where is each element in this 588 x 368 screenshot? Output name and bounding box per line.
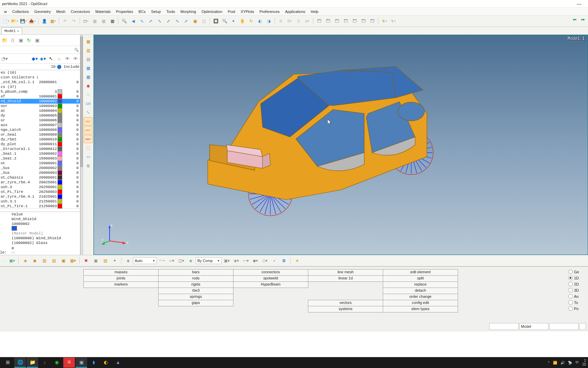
assy-icon[interactable]: ◈▾ xyxy=(39,55,47,62)
window-zoom-button[interactable]: 🔲 xyxy=(212,17,220,25)
render-button[interactable]: ◻▾ xyxy=(82,17,90,25)
surf-icon[interactable]: ▱▾ xyxy=(167,257,176,265)
panel-button[interactable]: masses xyxy=(83,269,159,276)
panel-radio[interactable]: To xyxy=(568,300,587,305)
tree-row[interactable]: ush.3.1212500010 xyxy=(0,199,80,204)
vt-wire-icon[interactable]: ▥ xyxy=(84,46,93,55)
menu-bcs[interactable]: BCs xyxy=(136,8,148,15)
window-7-button[interactable]: 🗔 xyxy=(368,17,376,25)
status-field-3[interactable] xyxy=(549,323,578,330)
panel-button[interactable]: systems xyxy=(308,306,383,312)
task-explorer[interactable]: 📁 xyxy=(27,357,38,368)
zoom-in-button[interactable]: 🔍 xyxy=(120,17,128,25)
tree-row[interactable]: nge_Latch100000080 xyxy=(0,127,80,132)
import-button[interactable]: 📥▾ xyxy=(28,17,36,25)
new-button[interactable]: 📄▾ xyxy=(2,17,10,25)
browser-icon-3[interactable]: ▣ xyxy=(17,36,24,44)
task-app-2[interactable]: ◉ xyxy=(51,357,63,368)
panel-button[interactable]: bars xyxy=(158,269,233,276)
tree-row[interactable]: _Structural.1100000120 xyxy=(0,147,80,151)
sel-entities-icon[interactable]: ◈ xyxy=(21,257,29,265)
tree-row[interactable]: ot_chassis200000010 xyxy=(0,175,80,180)
window-5-button[interactable]: 🗔 xyxy=(350,17,359,25)
task-app-6[interactable]: ▲ xyxy=(112,357,124,368)
panel-button[interactable]: split xyxy=(383,275,458,282)
menu-connectors[interactable]: Connectors xyxy=(68,8,93,15)
sel-adj-icon[interactable]: ▣ xyxy=(59,257,67,265)
menu-tools[interactable]: Tools xyxy=(164,8,178,15)
reverse-button[interactable]: ◫ xyxy=(200,17,208,25)
menu-geometry[interactable]: Geometry xyxy=(32,8,53,15)
tree-row[interactable]: dy_rbe2100000100 xyxy=(0,137,80,142)
tree-row[interactable]: ar_tyre_rbe.4200250010 xyxy=(0,180,80,185)
vt-mass-icon[interactable]: ◍ xyxy=(84,162,93,170)
panel-button[interactable]: linear 1d xyxy=(308,275,383,282)
nav-back-button[interactable]: ⬅ xyxy=(571,16,578,23)
panel-button[interactable]: replace xyxy=(383,281,458,288)
copy-button[interactable]: ⎘ xyxy=(277,17,285,25)
show-icon[interactable]: ☼ xyxy=(55,55,63,62)
search-icon[interactable]: 🔍 xyxy=(73,48,80,52)
minimize-button[interactable]: — xyxy=(572,0,586,7)
sel-rev-icon[interactable]: ▤ xyxy=(50,257,58,265)
tree-row[interactable]: ot150000010 xyxy=(0,161,80,166)
undo-button[interactable]: ↶ xyxy=(61,17,69,25)
vt-hand-icon[interactable]: ☞ xyxy=(84,91,93,99)
solid-icon[interactable]: ◫▾ xyxy=(177,257,185,265)
spin-left-button[interactable]: ◐ xyxy=(256,17,264,25)
tree-row[interactable]: h_pbush_comp30 xyxy=(0,89,80,94)
panel-button[interactable]: rigids xyxy=(158,281,233,288)
prev-view-button[interactable]: ◀ xyxy=(129,17,137,25)
vt-abc2-icon[interactable]: ABC xyxy=(84,126,93,134)
window-4-button[interactable]: 🗔 xyxy=(342,17,350,25)
monitor-icon[interactable]: 🖥 xyxy=(280,257,288,265)
panel-radio[interactable]: Ge xyxy=(568,269,587,275)
mesh-lines-button[interactable]: ▦ xyxy=(108,17,116,25)
open-button[interactable]: 📂▾ xyxy=(11,17,19,25)
window-6-button[interactable]: 🗔 xyxy=(359,17,368,25)
vt-abc3-icon[interactable]: ABC xyxy=(84,135,93,143)
sel-cube-icon[interactable]: ▣▾ xyxy=(8,257,16,265)
disp-point-icon[interactable]: ▪ xyxy=(270,257,278,265)
start-button[interactable]: ⊞ xyxy=(2,357,14,368)
comp-icon[interactable]: ◆▾ xyxy=(31,55,38,62)
sel-all-icon[interactable]: ◉ xyxy=(31,257,39,265)
link-button[interactable]: ↯▾ xyxy=(380,17,388,25)
spline-icon[interactable]: 〰▾ xyxy=(158,257,166,265)
panel-button[interactable]: vectors xyxy=(308,300,383,306)
wireframe-button[interactable]: ▦ xyxy=(91,17,99,25)
sel-org-icon[interactable]: ▤ xyxy=(101,257,109,265)
axis-xy-button[interactable]: ⤡ xyxy=(138,17,146,25)
select-icon[interactable]: ↖ xyxy=(47,55,55,62)
system-tray[interactable]: ^ 📶 🔊 📡 中 220 xyxy=(548,359,586,366)
star-icon[interactable]: ★ xyxy=(293,257,301,265)
vt-shaded-icon[interactable]: ▦ xyxy=(84,37,93,46)
tree-row[interactable]: _Seat.1150000020 xyxy=(0,151,80,156)
tray-wifi-icon[interactable]: 📡 xyxy=(568,361,572,365)
task-hyperworks[interactable]: ▣ xyxy=(76,357,87,368)
vt-wire2-icon[interactable]: ▦ xyxy=(84,73,93,81)
panel-button[interactable]: edit element xyxy=(383,269,458,276)
vt-trans-icon[interactable]: ▤ xyxy=(84,55,93,63)
tree-row[interactable]: ass100000070 xyxy=(0,123,80,127)
task-app-3[interactable]: 词 xyxy=(63,357,75,368)
tree-row[interactable]: es (10) xyxy=(0,70,80,75)
panel-radio[interactable]: 2D xyxy=(568,281,587,287)
panel-button[interactable]: HyperBeam xyxy=(233,281,308,288)
panel-button[interactable]: springs xyxy=(158,294,233,300)
panel-radio[interactable]: 1D xyxy=(568,275,587,281)
sel-none-icon[interactable]: ▥ xyxy=(40,257,48,265)
vt-axis-icon[interactable]: ⤡ xyxy=(84,108,93,117)
tab-model[interactable]: Model ✕ xyxy=(1,27,22,34)
tree-row[interactable]: _Sus200000020 xyxy=(0,166,80,170)
tray-vol-icon[interactable]: 🔊 xyxy=(560,361,565,365)
tree-row[interactable]: ot_FL_Tire.1212500030 xyxy=(0,204,80,209)
sel-card-icon[interactable]: ▣ xyxy=(92,257,100,265)
panel-button[interactable]: connectors xyxy=(233,269,308,276)
tree-row[interactable]: oor100000030 xyxy=(0,104,80,108)
tree-row[interactable]: ot_FL_Tire202500030 xyxy=(0,189,80,194)
disp-solid-icon[interactable]: ◈▾ xyxy=(232,257,240,265)
tree-row[interactable]: cs (37) xyxy=(0,85,80,89)
menu-xyplots[interactable]: XYPlots xyxy=(238,8,257,15)
tree-row[interactable]: _Seat.2150000030 xyxy=(0,156,80,161)
